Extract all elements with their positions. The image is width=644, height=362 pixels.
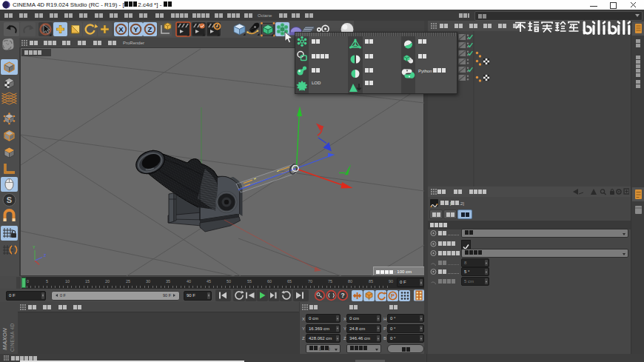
svg-text:5: 5 (46, 279, 48, 284)
svg-text:10: 10 (65, 279, 70, 284)
svg-text:X: X (118, 25, 124, 33)
svg-text:15: 15 (85, 279, 90, 284)
svg-text:90: 90 (389, 279, 393, 284)
svg-text:Y: Y (33, 245, 36, 249)
svg-text:Z: Z (44, 253, 47, 258)
svg-text:CINEMA 4D: CINEMA 4D (10, 323, 15, 352)
svg-text:45: 45 (207, 279, 211, 284)
svg-text:40: 40 (187, 279, 191, 284)
svg-text:55: 55 (247, 279, 252, 284)
svg-text:35: 35 (166, 279, 170, 284)
svg-text:20: 20 (105, 279, 110, 284)
svg-text:70: 70 (308, 279, 312, 284)
svg-text:75: 75 (328, 279, 332, 284)
svg-text:30: 30 (146, 279, 150, 284)
svg-text:P: P (391, 292, 395, 299)
svg-text:25: 25 (126, 279, 130, 284)
svg-text:S: S (7, 195, 12, 204)
svg-text:80: 80 (348, 279, 352, 284)
svg-text:60: 60 (267, 279, 272, 284)
svg-text:?: ? (341, 292, 344, 299)
svg-text:Z: Z (148, 25, 152, 33)
svg-text:0: 0 (27, 279, 29, 284)
svg-text:85: 85 (369, 279, 373, 284)
svg-text:Y: Y (133, 25, 138, 33)
svg-text:50: 50 (227, 279, 231, 284)
svg-text:65: 65 (287, 279, 292, 284)
svg-text:MAXON: MAXON (1, 328, 8, 350)
